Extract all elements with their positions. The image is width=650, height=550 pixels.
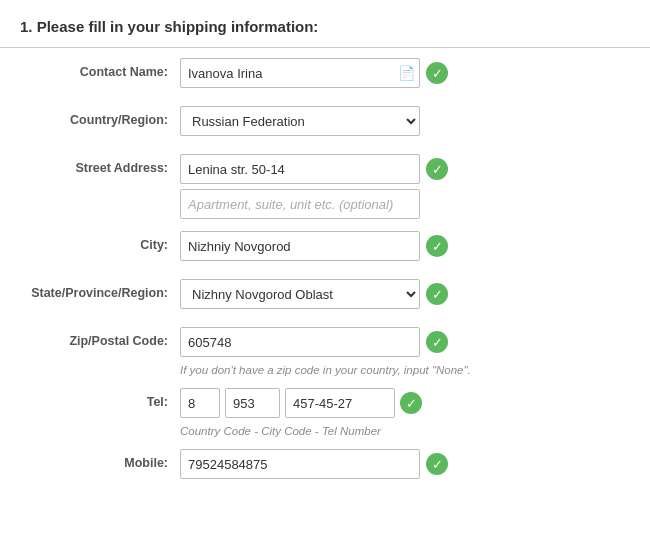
zip-code-inputs: ✓ If you don't have a zip code in your c… <box>180 327 630 376</box>
city-inputs: ✓ <box>180 231 630 261</box>
street-address-row: Street Address: ✓ <box>20 154 630 219</box>
tel-checkmark: ✓ <box>400 392 422 414</box>
street-address-input[interactable] <box>180 154 420 184</box>
contact-name-input-row: 📄 ✓ <box>180 58 630 88</box>
zip-code-label: Zip/Postal Code: <box>20 327 180 348</box>
zip-code-hint: If you don't have a zip code in your cou… <box>180 364 630 376</box>
page-title: 1. Please fill in your shipping informat… <box>0 0 650 48</box>
state-province-input-row: Nizhny Novgorod Oblast Moscow Oblast Sai… <box>180 279 630 309</box>
country-region-inputs: Russian Federation United States Germany… <box>180 106 630 136</box>
contact-name-inputs: 📄 ✓ <box>180 58 630 88</box>
country-region-row: Country/Region: Russian Federation Unite… <box>20 106 630 142</box>
street-address-checkmark: ✓ <box>426 158 448 180</box>
state-province-row: State/Province/Region: Nizhny Novgorod O… <box>20 279 630 315</box>
mobile-input[interactable] <box>180 449 420 479</box>
mobile-input-row: ✓ <box>180 449 630 479</box>
city-input-row: ✓ <box>180 231 630 261</box>
street-address-inputs: ✓ <box>180 154 630 219</box>
tel-inputs: ✓ Country Code - City Code - Tel Number <box>180 388 630 437</box>
tel-country-code-input[interactable] <box>180 388 220 418</box>
tel-city-code-input[interactable] <box>225 388 280 418</box>
street-address-line2-input[interactable] <box>180 189 420 219</box>
contact-name-input[interactable] <box>180 58 420 88</box>
mobile-row: Mobile: ✓ <box>20 449 630 485</box>
country-region-label: Country/Region: <box>20 106 180 127</box>
shipping-form: Contact Name: 📄 ✓ Country/Region: Russia… <box>0 48 650 517</box>
city-checkmark: ✓ <box>426 235 448 257</box>
city-input[interactable] <box>180 231 420 261</box>
city-label: City: <box>20 231 180 252</box>
street-address-line1-row: ✓ <box>180 154 630 184</box>
state-province-label: State/Province/Region: <box>20 279 180 300</box>
contact-name-wrapper: 📄 <box>180 58 420 88</box>
mobile-inputs: ✓ <box>180 449 630 479</box>
mobile-checkmark: ✓ <box>426 453 448 475</box>
contact-name-label: Contact Name: <box>20 58 180 79</box>
zip-code-checkmark: ✓ <box>426 331 448 353</box>
state-province-checkmark: ✓ <box>426 283 448 305</box>
tel-hint: Country Code - City Code - Tel Number <box>180 425 630 437</box>
country-region-input-row: Russian Federation United States Germany… <box>180 106 630 136</box>
city-row: City: ✓ <box>20 231 630 267</box>
tel-label: Tel: <box>20 388 180 409</box>
contact-name-row: Contact Name: 📄 ✓ <box>20 58 630 94</box>
tel-row: Tel: ✓ Country Code - City Code - Tel Nu… <box>20 388 630 437</box>
zip-code-input-row: ✓ <box>180 327 630 357</box>
state-province-inputs: Nizhny Novgorod Oblast Moscow Oblast Sai… <box>180 279 630 309</box>
street-address-line2-row <box>180 189 630 219</box>
state-province-select[interactable]: Nizhny Novgorod Oblast Moscow Oblast Sai… <box>180 279 420 309</box>
zip-code-input[interactable] <box>180 327 420 357</box>
tel-input-row: ✓ <box>180 388 630 418</box>
street-address-label: Street Address: <box>20 154 180 175</box>
tel-number-input[interactable] <box>285 388 395 418</box>
country-region-select[interactable]: Russian Federation United States Germany… <box>180 106 420 136</box>
contact-name-checkmark: ✓ <box>426 62 448 84</box>
mobile-label: Mobile: <box>20 449 180 470</box>
zip-code-row: Zip/Postal Code: ✓ If you don't have a z… <box>20 327 630 376</box>
contact-name-book-icon[interactable]: 📄 <box>398 65 415 81</box>
